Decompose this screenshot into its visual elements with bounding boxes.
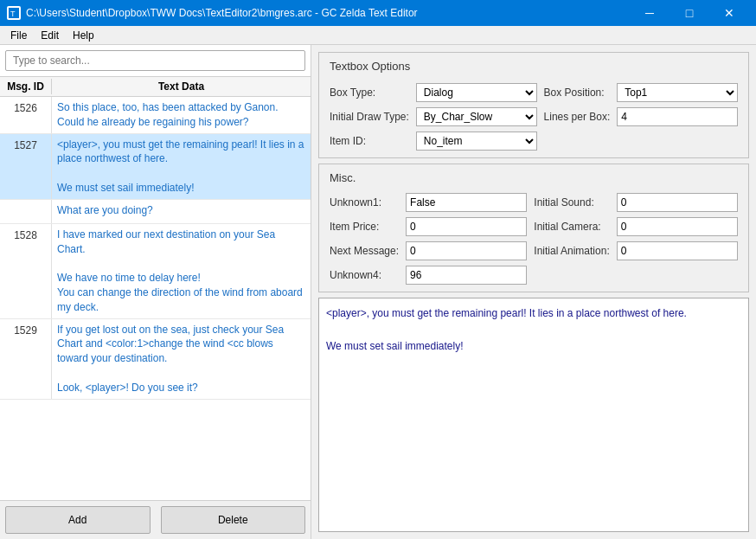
row-id: 1528 [0, 224, 52, 318]
main-content: Msg. ID Text Data 1526 So this place, to… [0, 45, 756, 539]
row-text: If you get lost out on the sea, just che… [52, 319, 311, 399]
initial-sound-input[interactable] [617, 193, 738, 212]
message-table[interactable]: 1526 So this place, too, has been attack… [0, 97, 311, 500]
delete-button[interactable]: Delete [161, 506, 306, 534]
misc-section: Misc. Unknown1: Initial Sound: Item Pric… [318, 164, 749, 292]
unknown4-label: Unknown4: [330, 269, 399, 281]
menu-bar: File Edit Help [0, 26, 756, 45]
row-text: <player>, you must get the remaining pea… [52, 134, 311, 199]
menu-help[interactable]: Help [66, 28, 101, 43]
menu-file[interactable]: File [3, 28, 34, 43]
row-text: What are you doing? [52, 200, 311, 223]
textbox-options-title: Textbox Options [330, 60, 738, 73]
bottom-buttons: Add Delete [0, 500, 311, 539]
row-text: I have marked our next destination on yo… [52, 224, 311, 318]
app-icon: T [7, 6, 21, 20]
table-row[interactable]: 1526 So this place, too, has been attack… [0, 97, 311, 134]
minimize-button[interactable]: ─ [630, 0, 670, 26]
table-row[interactable]: 1527 <player>, you must get the remainin… [0, 134, 311, 200]
next-message-input[interactable] [406, 241, 527, 260]
options-grid: Box Type: Dialog Sign Dark None Box Posi… [330, 83, 738, 151]
lines-per-box-input[interactable] [617, 107, 738, 126]
row-id: 1527 [0, 134, 52, 199]
svg-text:T: T [10, 10, 16, 18]
initial-camera-input[interactable] [617, 217, 738, 236]
menu-edit[interactable]: Edit [34, 28, 66, 43]
row-id [0, 200, 52, 223]
row-id: 1526 [0, 97, 52, 133]
col-textdata-header: Text Data [52, 79, 311, 94]
box-position-label: Box Position: [544, 87, 611, 99]
unknown1-label: Unknown1: [330, 196, 399, 209]
initial-animation-input[interactable] [617, 241, 738, 260]
unknown1-input[interactable] [406, 193, 527, 212]
search-input[interactable] [5, 50, 305, 71]
table-header: Msg. ID Text Data [0, 76, 311, 97]
title-bar: T C:\Users\Student\Dropbox\TWW Docs\Text… [0, 0, 756, 26]
initial-animation-label: Initial Animation: [534, 245, 609, 257]
row-id: 1529 [0, 319, 52, 399]
initial-sound-label: Initial Sound: [534, 196, 609, 209]
table-row[interactable]: 1528 I have marked our next destination … [0, 224, 311, 319]
misc-title: Misc. [330, 171, 738, 184]
item-id-label: Item ID: [330, 135, 409, 147]
preview-box: <player>, you must get the remaining pea… [318, 298, 749, 532]
right-panel: Textbox Options Box Type: Dialog Sign Da… [311, 45, 756, 539]
box-type-label: Box Type: [330, 87, 409, 99]
box-type-select[interactable]: Dialog Sign Dark None [416, 83, 537, 102]
box-position-select[interactable]: Top1 Top2 Bottom1 Bottom2 [617, 83, 738, 102]
item-price-label: Item Price: [330, 221, 399, 233]
table-row[interactable]: What are you doing? [0, 200, 311, 224]
item-price-input[interactable] [406, 217, 527, 236]
unknown4-input[interactable] [406, 266, 527, 285]
maximize-button[interactable]: □ [670, 0, 709, 26]
initial-camera-label: Initial Camera: [534, 221, 609, 233]
lines-per-box-label: Lines per Box: [544, 111, 611, 123]
col-msgid-header: Msg. ID [0, 79, 52, 94]
table-row[interactable]: 1529 If you get lost out on the sea, jus… [0, 319, 311, 400]
window-controls: ─ □ ✕ [630, 0, 749, 26]
window-title: C:\Users\Student\Dropbox\TWW Docs\TextEd… [26, 7, 418, 19]
item-id-select[interactable]: No_item Sword Shield [416, 132, 537, 151]
next-message-label: Next Message: [330, 245, 399, 257]
left-panel: Msg. ID Text Data 1526 So this place, to… [0, 45, 311, 539]
initial-draw-type-label: Initial Draw Type: [330, 111, 409, 123]
textbox-options-section: Textbox Options Box Type: Dialog Sign Da… [318, 52, 749, 158]
row-text: So this place, too, has been attacked by… [52, 97, 311, 133]
initial-draw-type-select[interactable]: By_Char_Slow By_Char_Fast Instant [416, 107, 537, 126]
misc-grid: Unknown1: Initial Sound: Item Price: Ini… [330, 193, 738, 285]
add-button[interactable]: Add [5, 506, 151, 534]
close-button[interactable]: ✕ [709, 0, 749, 26]
